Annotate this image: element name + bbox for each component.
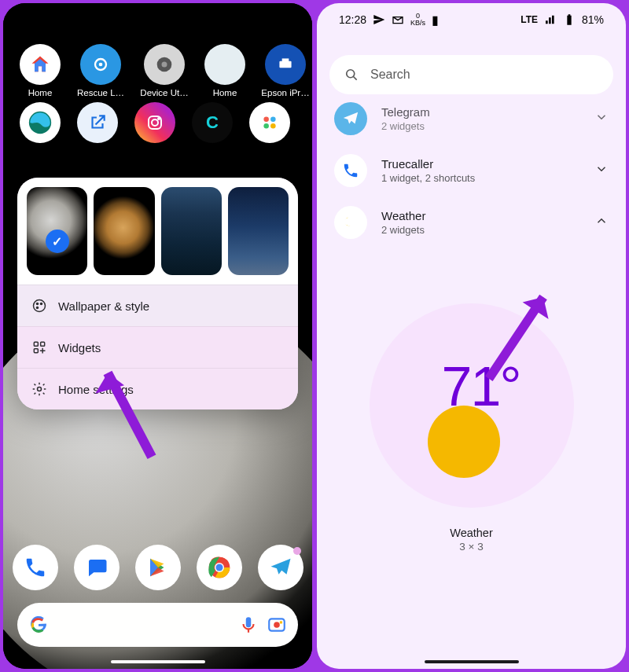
dock-messages[interactable] bbox=[74, 545, 120, 590]
svg-rect-27 bbox=[280, 621, 282, 623]
app-row-1: Home Rescue L… Device Ut… Home Epson iPr… bbox=[3, 36, 312, 99]
svg-rect-20 bbox=[34, 349, 38, 353]
widget-sub: 2 widgets bbox=[381, 120, 580, 132]
widget-item-telegram[interactable]: Telegram2 widgets bbox=[317, 99, 626, 145]
widget-name: Weather bbox=[381, 209, 580, 222]
annotation-arrow-left bbox=[77, 354, 171, 464]
app-share[interactable] bbox=[77, 102, 118, 143]
telegram-icon bbox=[334, 102, 367, 135]
svg-point-1 bbox=[99, 63, 103, 67]
widget-sub: 2 widgets bbox=[381, 224, 580, 236]
svg-point-13 bbox=[270, 123, 276, 129]
widget-item-truecaller[interactable]: Truecaller1 widget, 2 shortcuts bbox=[317, 145, 626, 196]
weather-icon bbox=[334, 206, 367, 239]
chevron-down-icon bbox=[594, 110, 609, 127]
svg-point-16 bbox=[40, 303, 42, 304]
app-home[interactable]: Home bbox=[20, 44, 61, 97]
kbps-indicator: 0KB/s bbox=[410, 13, 425, 27]
app-edge[interactable] bbox=[20, 102, 61, 143]
signal-lte: LTE bbox=[520, 14, 538, 25]
svg-point-28 bbox=[347, 70, 355, 78]
battery-percent-right: 81% bbox=[582, 13, 604, 26]
wallpaper-thumb-3[interactable] bbox=[161, 187, 222, 275]
app-rescue[interactable]: Rescue L… bbox=[77, 44, 124, 97]
widget-name: Telegram bbox=[381, 105, 580, 119]
gear-icon bbox=[31, 381, 47, 397]
app-instagram[interactable] bbox=[134, 102, 175, 143]
annotation-arrow-right bbox=[474, 275, 568, 385]
nav-bar-handle-right[interactable] bbox=[425, 660, 519, 663]
widgets-icon bbox=[31, 340, 47, 355]
svg-point-10 bbox=[263, 116, 269, 122]
widget-item-weather[interactable]: Weather2 widgets bbox=[317, 196, 626, 248]
palette-icon bbox=[31, 298, 47, 314]
svg-point-3 bbox=[162, 62, 167, 68]
svg-point-8 bbox=[152, 119, 158, 126]
mail-icon bbox=[392, 13, 404, 26]
chevron-down-icon bbox=[594, 162, 609, 179]
svg-rect-4 bbox=[279, 61, 291, 68]
svg-point-9 bbox=[158, 118, 160, 119]
lens-icon[interactable] bbox=[267, 615, 287, 635]
status-bar-right: 12:28 0KB/s ▮ LTE 81% bbox=[317, 3, 626, 36]
app-canva[interactable]: C bbox=[192, 102, 233, 143]
status-time-right: 12:28 bbox=[339, 13, 366, 26]
widget-sub: 1 widget, 2 shortcuts bbox=[381, 172, 580, 184]
signal-icon bbox=[544, 13, 557, 26]
svg-rect-18 bbox=[34, 342, 38, 346]
phone-left: 12:28 0KB/s ▮ 82% Home Rescue L… Device … bbox=[3, 3, 312, 669]
svg-rect-19 bbox=[41, 342, 45, 346]
google-search-bar[interactable] bbox=[17, 603, 298, 647]
menu-widgets-label: Widgets bbox=[58, 341, 101, 354]
google-logo-icon bbox=[28, 615, 49, 635]
wallpaper-strip bbox=[17, 178, 298, 285]
widget-name: Truecaller bbox=[381, 157, 580, 171]
svg-point-11 bbox=[270, 116, 276, 122]
dock-telegram[interactable] bbox=[258, 545, 303, 590]
svg-point-14 bbox=[34, 300, 46, 312]
menu-wallpaper-style[interactable]: Wallpaper & style bbox=[17, 285, 298, 326]
nav-bar-handle[interactable] bbox=[111, 660, 205, 663]
phone-right: 12:28 0KB/s ▮ LTE 81% Search Telegram2 w… bbox=[317, 3, 626, 669]
weather-preview-size: 3 × 3 bbox=[459, 541, 483, 553]
do-not-disturb-icon: ▮ bbox=[432, 13, 439, 28]
chevron-up-icon bbox=[594, 214, 609, 231]
widget-search-bar[interactable]: Search bbox=[329, 55, 613, 94]
wallpaper-thumb-1[interactable] bbox=[27, 187, 87, 275]
svg-rect-5 bbox=[282, 58, 289, 61]
wallpaper-thumb-2[interactable] bbox=[94, 187, 154, 275]
app-misc[interactable] bbox=[249, 102, 290, 143]
svg-point-24 bbox=[215, 564, 223, 571]
app-folder-home[interactable]: Home bbox=[204, 44, 245, 97]
mic-icon[interactable] bbox=[238, 615, 259, 635]
search-placeholder: Search bbox=[370, 68, 410, 82]
wallpaper-thumb-4[interactable] bbox=[228, 187, 289, 275]
dock bbox=[3, 545, 312, 590]
dock-phone[interactable] bbox=[13, 545, 58, 590]
app-row-2: C bbox=[3, 99, 312, 146]
send-icon bbox=[373, 13, 385, 26]
dock-chrome[interactable] bbox=[197, 545, 242, 590]
truecaller-icon bbox=[334, 154, 367, 187]
svg-point-21 bbox=[38, 387, 42, 391]
app-device-util[interactable]: Device Ut… bbox=[141, 44, 188, 97]
dock-play-store[interactable] bbox=[135, 545, 181, 590]
svg-point-15 bbox=[36, 303, 38, 304]
weather-preview-name: Weather bbox=[450, 527, 493, 539]
search-icon bbox=[344, 67, 359, 83]
battery-icon bbox=[563, 13, 576, 26]
svg-point-17 bbox=[36, 307, 38, 308]
svg-point-12 bbox=[263, 123, 269, 129]
menu-wallpaper-style-label: Wallpaper & style bbox=[58, 299, 149, 313]
svg-point-26 bbox=[274, 622, 280, 628]
app-epson[interactable]: Epson iPr… bbox=[262, 44, 309, 97]
